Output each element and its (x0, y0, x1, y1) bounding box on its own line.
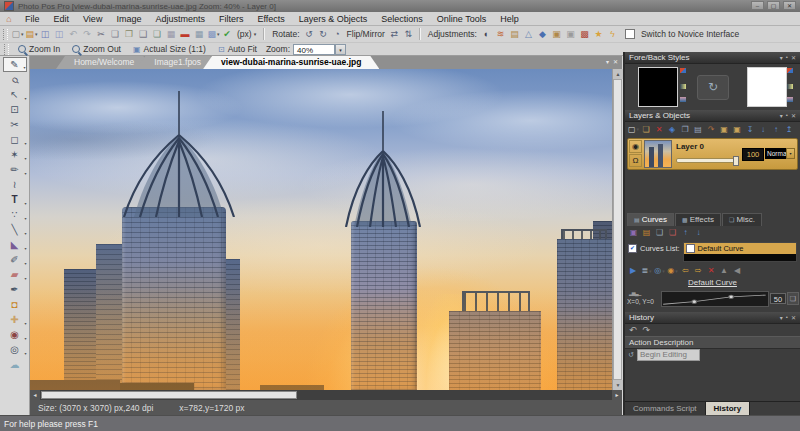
tab-dubai-image[interactable]: view-dubai-marina-sunrise-uae.jpg (203, 56, 379, 69)
zoom-level-select[interactable]: 40% (293, 44, 335, 55)
layer-thumbnail[interactable] (644, 140, 672, 168)
zoom-tool[interactable]: ϙ (3, 72, 27, 87)
image-icon[interactable]: ▩▾ (207, 28, 220, 41)
save-curve-icon[interactable]: ▣ (628, 227, 639, 238)
hand-move-icon[interactable]: ▣ (732, 124, 743, 135)
hand-grab-icon[interactable]: ▣ (719, 124, 730, 135)
paste-as-icon[interactable]: ❑ (137, 28, 150, 41)
vertical-scroll-thumb[interactable] (613, 79, 622, 380)
fore-color-option-icon[interactable] (680, 68, 686, 73)
zoom-in-button[interactable]: Zoom In (12, 43, 66, 55)
curve-strip[interactable] (661, 291, 769, 307)
background-style-swatch[interactable] (747, 67, 787, 107)
select-marquee-tool[interactable]: ◻▾ (3, 132, 27, 147)
pencil-tool[interactable]: ✏▾ (3, 162, 27, 177)
star-effect-icon[interactable]: ★ (592, 28, 605, 41)
menu-item[interactable]: Layers & Objects (292, 12, 375, 26)
back-pattern-option-icon[interactable] (787, 97, 793, 102)
pin-icon[interactable]: • (786, 314, 788, 321)
close-icon[interactable]: ✕ (791, 54, 796, 61)
move-up-icon[interactable]: ↑ (771, 124, 782, 135)
duplicate-layer-icon[interactable]: ❐ (680, 124, 691, 135)
panel-tab[interactable]: ❏Misc. (722, 213, 762, 226)
opacity-slider-thumb[interactable] (733, 156, 739, 166)
pin-icon[interactable]: • (786, 54, 788, 61)
menu-item[interactable]: Image (109, 12, 148, 26)
photo-canvas[interactable] (30, 69, 612, 390)
scroll-down-arrow[interactable]: ▼ (613, 380, 623, 390)
curve-output-icon[interactable]: ◉▾ (667, 265, 678, 276)
tab-close-icon[interactable]: ✕ (613, 58, 618, 65)
menu-item[interactable]: File (18, 12, 47, 26)
menu-item[interactable]: Adjustments (148, 12, 212, 26)
toolbar-grip[interactable] (4, 44, 9, 55)
curve-up-icon[interactable]: ↑ (680, 227, 691, 238)
photo-filter-icon[interactable]: ▣ (550, 28, 563, 41)
magic-wand-tool[interactable]: ✶▾ (3, 147, 27, 162)
collapse-icon[interactable]: ▾ (780, 112, 783, 119)
layer-row[interactable]: ◉ Ω Layer 0 100 Normal ▾ (627, 138, 798, 170)
line-tool[interactable]: ╲▾ (3, 222, 27, 237)
menu-item[interactable]: Selections (374, 12, 430, 26)
menu-item[interactable]: View (76, 12, 109, 26)
curve-input-icon[interactable]: ◎▾ (654, 265, 665, 276)
selected-curve-link[interactable]: Default Curve (625, 278, 800, 288)
frame-icon[interactable]: ▦ (165, 28, 178, 41)
move-down-icon[interactable]: ↓ (758, 124, 769, 135)
red-photo-icon[interactable]: ▩ (578, 28, 591, 41)
scroll-right-arrow[interactable]: ► (612, 390, 622, 400)
blend-mode-dropdown-icon[interactable]: ▾ (786, 148, 795, 159)
flip-vertical-icon[interactable]: ⇅ (402, 28, 415, 41)
home-icon[interactable]: ⌂ (0, 14, 18, 24)
menu-item[interactable]: Edit (47, 12, 77, 26)
layer-lock-icon[interactable]: Ω (629, 154, 642, 167)
paintbrush-tool[interactable]: ✐▾ (3, 252, 27, 267)
duplicate-icon[interactable]: ❏ (151, 28, 164, 41)
toolbar-grip[interactable] (3, 29, 8, 40)
menu-item[interactable]: Effects (250, 12, 291, 26)
scroll-left-arrow[interactable]: ◄ (30, 390, 40, 400)
layer-opacity-value[interactable]: 100 (742, 148, 764, 161)
crop-tool[interactable]: ⊡ (3, 102, 27, 117)
rotate-left-icon[interactable]: ↺ (303, 28, 316, 41)
novice-interface-checkbox[interactable] (625, 29, 635, 39)
red-eye-tool[interactable]: ◉▾ (3, 327, 27, 342)
load-curve-icon[interactable]: ▤ (641, 227, 652, 238)
collapse-icon[interactable]: ▾ (780, 54, 783, 61)
layer-opacity-slider[interactable] (676, 158, 738, 163)
fore-gradient-option-icon[interactable] (680, 84, 686, 89)
grid-icon[interactable]: ▦ (193, 28, 206, 41)
remove-icon[interactable]: ▬ (179, 28, 192, 41)
curve-down-icon[interactable]: ↓ (693, 227, 704, 238)
layer-properties-icon[interactable]: ◈ (667, 124, 678, 135)
shape-zoom-tool[interactable]: ◎▾ (3, 342, 27, 357)
flip-horizontal-icon[interactable]: ⇄ (388, 28, 401, 41)
panel-tab[interactable]: ▩Effects (675, 213, 721, 226)
delete-layer-icon[interactable]: ✕ (654, 124, 665, 135)
eraser-tool[interactable]: ▰▾ (3, 267, 27, 282)
panel-tab[interactable]: ▤Curves (627, 213, 674, 226)
apply-curve-icon[interactable]: ▶ (628, 265, 639, 276)
frame-photo-icon[interactable]: ▣ (564, 28, 577, 41)
canvas-horizontal-scrollbar[interactable]: ◄ ► (30, 390, 622, 400)
check-icon[interactable]: ✔ (221, 28, 234, 41)
zoom-dropdown-button[interactable]: ▾ (335, 44, 346, 55)
lightning-icon[interactable]: ϟ (606, 28, 619, 41)
rotate-custom-icon[interactable]: ◔ (331, 28, 344, 41)
next-point-icon[interactable]: ⇨ (693, 265, 704, 276)
zoom-out-button[interactable]: Zoom Out (66, 43, 127, 55)
back-icon[interactable]: ◀ (732, 265, 743, 276)
smooth-icon[interactable]: ▲ (719, 265, 730, 276)
copy-icon[interactable]: ❏ (109, 28, 122, 41)
undo-icon[interactable]: ↶ (67, 28, 80, 41)
copy-layer-icon[interactable]: ❏ (641, 124, 652, 135)
save-as-icon[interactable]: ◫ (53, 28, 66, 41)
history-redo-icon[interactable]: ↷ (643, 325, 651, 335)
save-icon[interactable]: ◫ (39, 28, 52, 41)
auto-fit-button[interactable]: ⊡Auto Fit (212, 43, 263, 55)
minimize-button[interactable]: – (751, 1, 764, 10)
open-icon[interactable]: ▤▾ (25, 28, 38, 41)
tab-commands-script[interactable]: Commands Script (625, 402, 706, 415)
curves-listbox[interactable]: Default Curve (683, 242, 797, 262)
fill-tool[interactable]: ◣▾ (3, 237, 27, 252)
